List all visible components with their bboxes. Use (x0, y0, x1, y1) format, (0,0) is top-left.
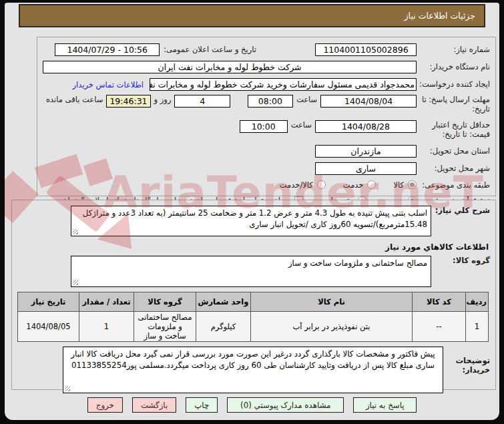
validity-hour-label: ساعت (291, 120, 312, 130)
description-textarea[interactable]: اسلب بتنی پیش تنیده به طول 4.3 متر و عرض… (71, 206, 431, 236)
radio-service-label: خدمت (343, 180, 364, 190)
action-buttons: پاسخ به نیاز مشاهده مدارک پیوستي (0) چاپ… (5, 397, 499, 413)
buyer-org-field[interactable]: شرکت خطوط لوله و مخابرات نفت ایران (43, 61, 417, 73)
need-items-box: شرح کلي نیاز: اسلب بتنی پیش تنیده به طول… (11, 200, 496, 390)
deadline-days-sep: روز و (154, 95, 172, 104)
radio-service[interactable] (367, 180, 376, 189)
cell-item-code: -- (413, 312, 466, 342)
respond-button[interactable]: پاسخ به نیاز (353, 397, 417, 413)
buyer-contact-link[interactable]: اطلاعات تماس خریدار (72, 80, 144, 89)
col-quantity: تعداد / مقدار (79, 292, 134, 312)
goods-group-label: گروه کالا: (431, 256, 490, 265)
city-label: شهر محل تحویل: (417, 164, 490, 173)
back-button[interactable]: بازگشت (132, 397, 176, 413)
deadline-time-field[interactable]: 08:00 (248, 95, 293, 108)
classification-label: طبقه بندی موضوعی: (417, 180, 490, 190)
cell-item-name: بتن نفوذپذیر در برابر آب (251, 312, 413, 342)
buyer-notes-label: توضیحات خریدار: (443, 347, 490, 375)
attachments-button[interactable]: مشاهده مدارک پیوستي (0) (227, 397, 344, 413)
city-field[interactable]: ساری (315, 162, 417, 175)
cell-row-number: 1 (466, 312, 489, 342)
countdown-field: 19:46:31 (106, 95, 150, 108)
province-label: استان محل تحویل: (417, 146, 490, 156)
announce-field[interactable]: 1404/07/29 - 10:56 (55, 43, 160, 56)
page-title: جزئیات اطلاعات نیاز (19, 4, 485, 27)
col-item-name: نام کالا (251, 292, 413, 312)
col-group: گروه کالا (134, 292, 196, 312)
items-heading: اطلاعات کالاهاي مورد نیاز (12, 242, 495, 252)
print-button[interactable]: چاپ (186, 397, 218, 413)
need-number-label: شماره نیاز: (417, 45, 490, 54)
need-details-page: جزئیات اطلاعات نیاز شماره نیاز: 11040011… (5, 3, 499, 420)
col-unit: واحد شمارش (196, 292, 251, 312)
cell-need-date: 1404/08/05 (18, 312, 79, 342)
deadline-date-field[interactable]: 1404/08/04 (320, 95, 417, 108)
deadline-days-field[interactable]: 4 (174, 95, 230, 108)
cell-group: مصالح ساختمانی و ملزومات ساخت و ساز (134, 312, 196, 342)
radio-goods-service-label: کالا/خدمت (280, 180, 313, 190)
cell-quantity: 1 (79, 312, 134, 342)
table-row: 1 -- بتن نفوذپذیر در برابر آب کیلوگرم مص… (18, 312, 489, 342)
items-table-header-row: ردیف کد کالا نام کالا واحد شمارش گروه کا… (18, 292, 489, 312)
requester-field[interactable]: محمدجواد قدیمی مسئول سفارشات وخرید شرکت … (150, 78, 417, 91)
radio-goods[interactable] (408, 180, 417, 189)
radio-goods-service[interactable] (317, 180, 326, 189)
validity-time-field[interactable]: 10:00 (240, 120, 288, 133)
deadline-label: مهلت ارسال پاسخ: تا تاریخ: (417, 95, 490, 114)
need-info-box: شماره نیاز: 1104001105002896 تاریخ و ساع… (37, 37, 496, 196)
col-item-code: کد کالا (413, 292, 466, 312)
validity-label: حداقل تاریخ اعتبار قیمت: تا تاریخ: (417, 120, 490, 140)
province-field[interactable]: مازندران (315, 145, 417, 158)
validity-date-field[interactable]: 1404/08/28 (315, 120, 417, 133)
description-label: شرح کلي نیاز: (431, 206, 490, 215)
deadline-hour-label: ساعت (296, 95, 317, 104)
buyer-notes-textarea[interactable]: پیش فاکتور و مشخصات کالا بارگذاری گردد د… (63, 347, 443, 393)
buyer-org-label: نام دستگاه خریدار: (417, 62, 490, 71)
radio-goods-label: کالا (393, 180, 404, 190)
items-table: ردیف کد کالا نام کالا واحد شمارش گروه کا… (17, 292, 489, 342)
announce-label: تاریخ و ساعت اعلان عمومی: (164, 45, 256, 54)
need-number-field[interactable]: 1104001105002896 (315, 43, 417, 56)
cell-unit: کیلوگرم (196, 312, 251, 342)
col-row-number: ردیف (466, 292, 489, 312)
goods-group-textarea[interactable]: مصالح ساختمانی و ملزومات ساخت و ساز (71, 256, 431, 287)
col-need-date: تاریخ نیاز (18, 292, 79, 312)
remaining-label: ساعت باقی مانده (46, 95, 103, 104)
requester-label: ایجاد کننده درخواست: (417, 79, 490, 89)
exit-button[interactable]: خروج (87, 397, 123, 413)
